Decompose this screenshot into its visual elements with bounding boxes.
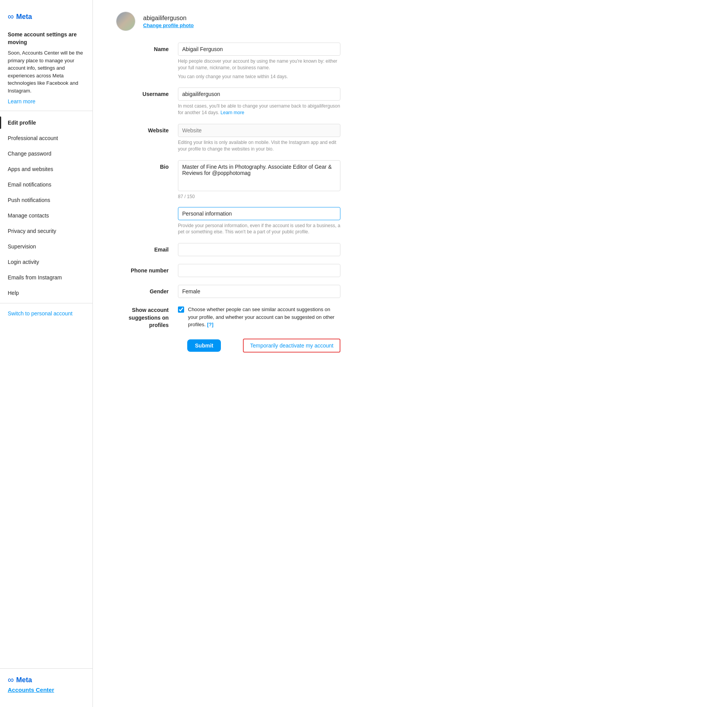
bio-label: Bio — [116, 160, 178, 171]
email-label: Email — [116, 243, 178, 254]
submit-button[interactable]: Submit — [187, 339, 221, 352]
name-field-wrap: Help people discover your account by usi… — [178, 43, 340, 80]
profile-username: abigailiferguson — [143, 15, 194, 22]
sidebar-announcement: Some account settings are moving Soon, A… — [0, 27, 92, 111]
avatar-image — [116, 12, 135, 31]
website-row: Website Editing your links is only avail… — [116, 124, 340, 152]
email-row: Email — [116, 243, 340, 256]
suggestions-help-link[interactable]: [?] — [207, 322, 214, 327]
show-suggestions-text: Choose whether people can see similar ac… — [188, 306, 340, 329]
sidebar-item-privacy-and-security[interactable]: Privacy and security — [0, 223, 92, 239]
website-helper: Editing your links is only available on … — [178, 139, 340, 152]
sidebar: ∞ Meta Some account settings are moving … — [0, 0, 93, 707]
gender-field-wrap — [178, 285, 340, 298]
main-content: abigailiferguson Change profile photo Na… — [93, 0, 364, 707]
sidebar-bottom-meta-text: Meta — [16, 676, 32, 684]
show-suggestions-checkbox[interactable] — [178, 306, 184, 313]
personal-info-field-wrap: Personal information Provide your person… — [178, 207, 340, 236]
name-helper-1: Help people discover your account by usi… — [178, 58, 340, 71]
name-input[interactable] — [178, 43, 340, 56]
accounts-center-link[interactable]: Accounts Center — [8, 686, 54, 693]
name-label: Name — [116, 43, 178, 53]
gender-row: Gender — [116, 285, 340, 298]
change-profile-photo-link[interactable]: Change profile photo — [143, 22, 194, 28]
sidebar-item-manage-contacts[interactable]: Manage contacts — [0, 208, 92, 223]
personal-info-row: Personal information Provide your person… — [116, 207, 340, 236]
website-field-wrap: Editing your links is only available on … — [178, 124, 340, 152]
username-row: Username In most cases, you'll be able t… — [116, 87, 340, 116]
avatar — [116, 12, 135, 31]
sidebar-item-edit-profile[interactable]: Edit profile — [0, 115, 92, 130]
email-field-wrap — [178, 243, 340, 256]
profile-header: abigailiferguson Change profile photo — [116, 12, 340, 31]
personal-info-left-spacer — [116, 207, 178, 210]
username-label: Username — [116, 87, 178, 98]
name-row: Name Help people discover your account b… — [116, 43, 340, 80]
bio-textarea[interactable]: Master of Fine Arts in Photography. Asso… — [178, 160, 340, 191]
username-learn-more-link[interactable]: Learn more — [220, 110, 244, 115]
sidebar-item-supervision[interactable]: Supervision — [0, 239, 92, 254]
personal-info-desc: Provide your personal information, even … — [178, 223, 340, 236]
sidebar-item-apps-and-websites[interactable]: Apps and websites — [0, 161, 92, 177]
sidebar-meta-logo-text: Meta — [16, 13, 32, 21]
sidebar-item-email-notifications[interactable]: Email notifications — [0, 177, 92, 192]
gender-input[interactable] — [178, 285, 340, 298]
website-input[interactable] — [178, 124, 340, 137]
sidebar-item-switch-to-personal[interactable]: Switch to personal account — [0, 306, 92, 321]
sidebar-item-login-activity[interactable]: Login activity — [0, 254, 92, 270]
show-suggestions-label: Show account suggestions on profiles — [116, 306, 178, 329]
bio-row: Bio Master of Fine Arts in Photography. … — [116, 160, 340, 199]
deactivate-button[interactable]: Temporarily deactivate my account — [243, 339, 340, 353]
meta-bottom-logo-icon: ∞ — [8, 675, 14, 685]
username-input[interactable] — [178, 87, 340, 101]
show-suggestions-field: Choose whether people can see similar ac… — [178, 306, 340, 329]
phone-field-wrap — [178, 264, 340, 277]
gender-label: Gender — [116, 285, 178, 296]
username-helper: In most cases, you'll be able to change … — [178, 103, 340, 116]
profile-header-info: abigailiferguson Change profile photo — [143, 15, 194, 28]
sidebar-announcement-body: Soon, Accounts Center will be the primar… — [8, 49, 85, 94]
sidebar-item-professional-account[interactable]: Professional account — [0, 130, 92, 146]
sidebar-learn-more-link[interactable]: Learn more — [8, 98, 36, 104]
bio-count: 87 / 150 — [178, 194, 340, 199]
sidebar-bottom-logo: ∞ Meta — [8, 675, 85, 685]
sidebar-announcement-title: Some account settings are moving — [8, 31, 85, 46]
sidebar-nav: Edit profileProfessional accountChange p… — [0, 111, 92, 668]
sidebar-item-change-password[interactable]: Change password — [0, 146, 92, 161]
email-input[interactable] — [178, 243, 340, 256]
show-suggestions-row: Show account suggestions on profiles Cho… — [116, 306, 340, 329]
bottom-actions: Submit Temporarily deactivate my account — [116, 339, 340, 353]
show-suggestions-checkbox-wrap — [178, 306, 184, 314]
phone-input[interactable] — [178, 264, 340, 277]
name-helper-2: You can only change your name twice with… — [178, 74, 340, 80]
sidebar-bottom: ∞ Meta Accounts Center — [0, 668, 92, 699]
website-label: Website — [116, 124, 178, 135]
meta-logo-icon: ∞ — [8, 12, 14, 22]
personal-info-box: Personal information — [178, 207, 340, 220]
username-field-wrap: In most cases, you'll be able to change … — [178, 87, 340, 116]
sidebar-item-emails-from-instagram[interactable]: Emails from Instagram — [0, 270, 92, 285]
sidebar-meta-logo: ∞ Meta — [0, 8, 92, 27]
phone-row: Phone number — [116, 264, 340, 277]
sidebar-item-help[interactable]: Help — [0, 285, 92, 301]
phone-label: Phone number — [116, 264, 178, 275]
bio-field-wrap: Master of Fine Arts in Photography. Asso… — [178, 160, 340, 199]
sidebar-item-push-notifications[interactable]: Push notifications — [0, 192, 92, 208]
